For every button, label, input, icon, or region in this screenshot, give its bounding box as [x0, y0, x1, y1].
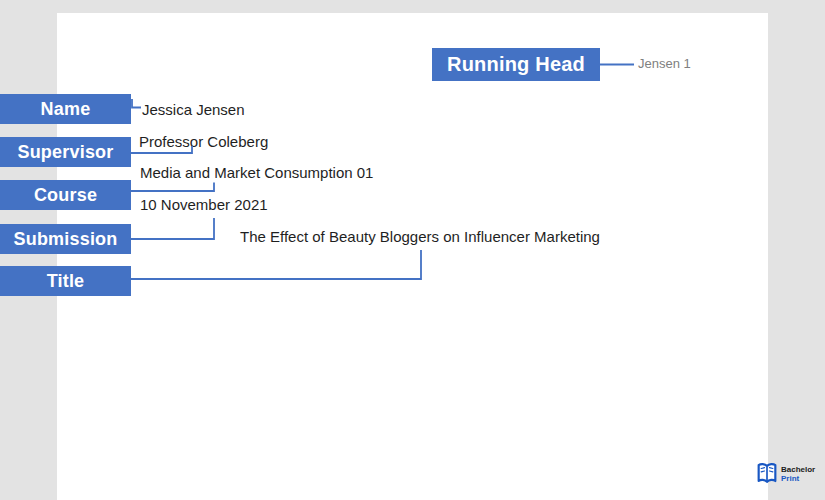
course-text: Media and Market Consumption 01: [140, 165, 373, 181]
header-page-number: Jensen 1: [638, 57, 691, 71]
callout-name-label: Name: [41, 99, 91, 120]
brand-wordmark: Bachelor Print: [781, 465, 815, 483]
callout-supervisor: Supervisor: [0, 137, 131, 167]
callout-supervisor-label: Supervisor: [17, 142, 113, 163]
brand-logo: Bachelor Print: [757, 461, 815, 486]
open-book-icon: [757, 461, 777, 486]
submission-date-text: 10 November 2021: [140, 197, 268, 213]
callout-title-label: Title: [47, 271, 85, 292]
running-head-callout: Running Head: [432, 48, 600, 81]
brand-word-print: Print: [781, 474, 815, 483]
paper-title-text: The Effect of Beauty Bloggers on Influen…: [240, 229, 600, 245]
callout-course-label: Course: [34, 185, 97, 206]
document-page: [57, 13, 768, 500]
callout-title: Title: [0, 266, 131, 296]
running-head-callout-label: Running Head: [447, 53, 585, 76]
callout-name: Name: [0, 94, 131, 124]
callout-submission-label: Submission: [13, 229, 117, 250]
supervisor-text: Professor Coleberg: [139, 134, 268, 150]
student-name-text: Jessica Jensen: [142, 102, 245, 118]
callout-submission: Submission: [0, 224, 131, 254]
brand-word-bachelor: Bachelor: [781, 465, 815, 474]
diagram-canvas: Jessica Jensen Professor Coleberg Media …: [0, 0, 825, 500]
callout-course: Course: [0, 180, 131, 210]
